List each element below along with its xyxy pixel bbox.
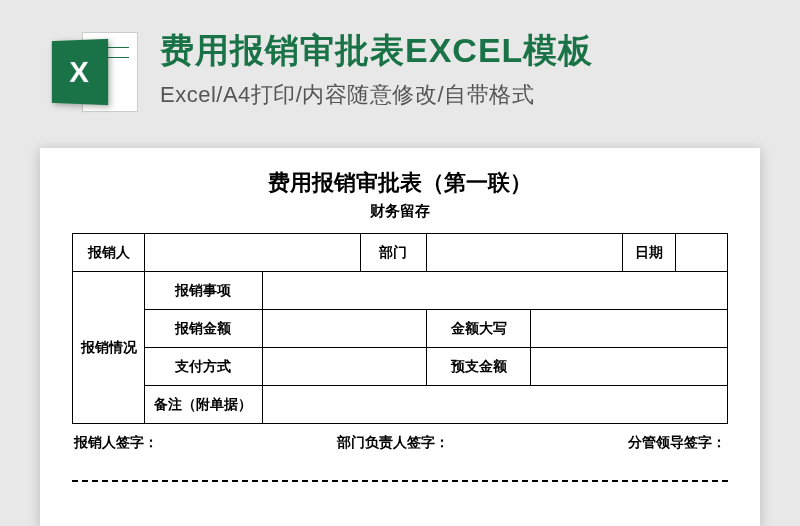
detail-row-4: 备注（附单据） [73,386,728,424]
applicant-value [145,234,361,272]
date-value [675,234,727,272]
amount-words-value [531,310,728,348]
amount-value [262,310,426,348]
item-label: 报销事项 [145,272,263,310]
item-value [262,272,727,310]
leader-sign-label: 分管领导签字： [628,434,726,452]
title-block: 费用报销审批表EXCEL模板 Excel/A4打印/内容随意修改/自带格式 [160,28,760,110]
advance-label: 预支金额 [426,348,531,386]
page-title: 费用报销审批表EXCEL模板 [160,28,760,72]
form-title: 费用报销审批表（第一联） [72,168,728,198]
detail-row-1: 报销情况 报销事项 [73,272,728,310]
date-label: 日期 [623,234,675,272]
advance-value [531,348,728,386]
detail-section-label: 报销情况 [73,272,145,424]
dept-head-sign-label: 部门负责人签字： [337,434,449,452]
remark-label: 备注（附单据） [145,386,263,424]
dept-label: 部门 [361,234,427,272]
divider-dashed [72,480,728,482]
page-subtitle: Excel/A4打印/内容随意修改/自带格式 [160,80,760,110]
amount-words-label: 金额大写 [426,310,531,348]
detail-row-2: 报销金额 金额大写 [73,310,728,348]
form-document: 费用报销审批表（第一联） 财务留存 报销人 部门 日期 报销情况 报销事项 报销… [40,148,760,526]
applicant-sign-label: 报销人签字： [74,434,158,452]
form-table: 报销人 部门 日期 报销情况 报销事项 报销金额 金额大写 支付方式 预支金额 … [72,233,728,424]
signature-row: 报销人签字： 部门负责人签字： 分管领导签字： [72,424,728,462]
applicant-label: 报销人 [73,234,145,272]
amount-label: 报销金额 [145,310,263,348]
detail-row-3: 支付方式 预支金额 [73,348,728,386]
excel-icon: X [50,28,138,116]
payment-value [262,348,426,386]
excel-icon-letter: X [52,39,108,105]
header: X 费用报销审批表EXCEL模板 Excel/A4打印/内容随意修改/自带格式 [0,0,800,136]
payment-label: 支付方式 [145,348,263,386]
remark-value [262,386,727,424]
dept-value [426,234,622,272]
header-row: 报销人 部门 日期 [73,234,728,272]
form-subtitle: 财务留存 [72,202,728,221]
